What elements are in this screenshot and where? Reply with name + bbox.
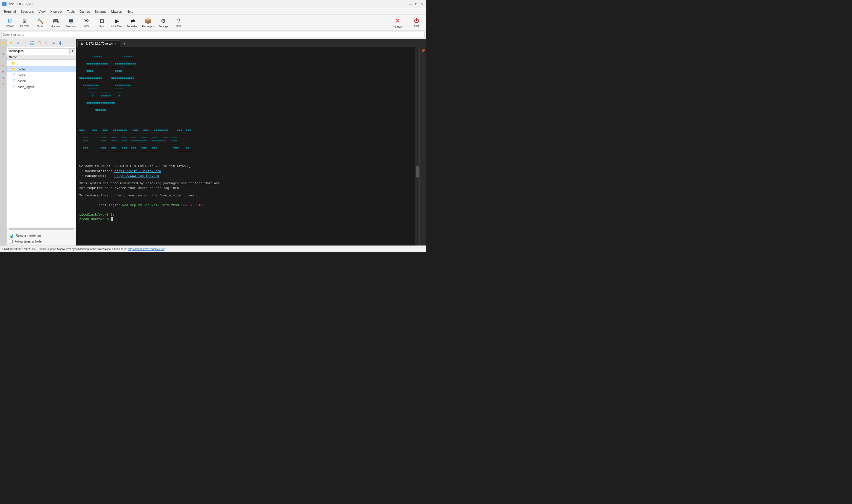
settings-label: Settings — [159, 25, 168, 28]
list-item[interactable]: 📄 .bash_logout — [6, 84, 76, 90]
servers-label: Servers — [20, 24, 29, 28]
title-bar-controls: — □ ✕ — [409, 2, 424, 6]
left-icon-star[interactable]: ⭐ — [1, 40, 6, 45]
sidebar-path-input[interactable] — [8, 48, 70, 54]
list-item[interactable]: 📄 .bashrc — [6, 78, 76, 84]
split-icon: ⊞ — [100, 18, 104, 24]
menu-games[interactable]: Games — [77, 9, 92, 14]
split-button[interactable]: ⊞ Split — [95, 16, 109, 30]
menu-xserver[interactable]: X server — [48, 9, 65, 14]
xserver-button[interactable]: ✕ X server — [388, 16, 407, 30]
sidebar-tool-copy[interactable]: 📋 — [36, 40, 42, 47]
packages-button[interactable]: 📦 Packages — [141, 16, 155, 30]
left-icon-blue[interactable]: ● — [1, 75, 6, 80]
terminal-welcome: Welcome to Ubuntu 22.04.3 LTS (GNU/Linux… — [79, 164, 412, 169]
list-item[interactable]: 📁 .cache — [6, 66, 76, 72]
view-button[interactable]: 👁 View — [79, 16, 93, 30]
close-button[interactable]: ✕ — [419, 2, 424, 6]
tab-close-button[interactable]: ✕ — [114, 42, 117, 45]
maximize-button[interactable]: □ — [414, 2, 418, 6]
follow-terminal-item[interactable]: Follow terminal folder — [9, 239, 74, 244]
right-icon-pin[interactable]: 📌 — [420, 48, 426, 53]
file-icon: 📄 — [11, 79, 16, 83]
right-icon-strip: 📌 — [419, 47, 426, 246]
quick-connect-input[interactable] — [1, 32, 425, 38]
games-button[interactable]: 🎮 Games — [49, 16, 63, 30]
terminal-scrollbar[interactable] — [415, 47, 419, 246]
file-name: .cache — [17, 68, 25, 71]
ascii-art-banner: ===== ===== ========== ========== ======… — [79, 49, 412, 120]
tools-button[interactable]: 🔨 Tools — [33, 16, 47, 30]
xserver-icon: ✕ — [395, 17, 400, 25]
tab-bar: 🖥 9. 172.32.0.70 (pico) ✕ + — [76, 39, 426, 47]
view-label: View — [84, 24, 89, 28]
list-item[interactable]: 📁 .. — [6, 60, 76, 66]
session-button[interactable]: 🖥 Session — [2, 16, 17, 30]
sidebar-tool-up[interactable]: ⬆ — [8, 40, 14, 47]
sidebar: ⬆ ⬇ ↑ 🔄 📋 ✕ A 🛈 ▼ Name 📁 .. 📁 .cache — [6, 39, 76, 246]
menu-bar: Terminal Sessions View X server Tools Ga… — [0, 8, 426, 15]
menu-terminal[interactable]: Terminal — [1, 9, 18, 14]
sidebar-tool-refresh[interactable]: ↑ — [22, 40, 29, 47]
left-icon-pencil1[interactable]: ✏ — [1, 63, 6, 69]
settings-button[interactable]: ⚙ Settings — [156, 16, 170, 30]
help-button[interactable]: ? Help — [171, 16, 186, 30]
last-login-ip: 172.32.0.100 — [181, 203, 204, 207]
menu-sessions[interactable]: Sessions — [18, 9, 36, 14]
file-icon: 📄 — [11, 73, 16, 77]
tab-session[interactable]: 🖥 9. 172.32.0.70 (pico) ✕ — [77, 40, 120, 47]
menu-help[interactable]: Help — [124, 9, 136, 14]
sidebar-tool-a[interactable]: A — [50, 40, 57, 47]
terminal[interactable]: ===== ===== ========== ========== ======… — [76, 47, 415, 246]
split-label: Split — [99, 25, 105, 28]
app-icon — [2, 2, 6, 6]
menu-macros[interactable]: Macros — [109, 9, 124, 14]
terminal-last-login: Last login: Wed Sep 20 01:09:12 2023 fro… — [79, 198, 412, 213]
sidebar-path-bar: ▼ — [6, 47, 76, 55]
title-bar: 122.32.0.70 (pico) — □ ✕ — [0, 0, 426, 8]
terminal-scrollbar-thumb[interactable] — [416, 166, 419, 178]
left-icon-down[interactable]: ⬇ — [1, 52, 6, 57]
sidebar-scroll-indicator — [9, 228, 74, 230]
exit-button[interactable]: ⏻ Exit — [410, 16, 424, 30]
help-icon: ? — [177, 18, 180, 24]
terminal-doc-link[interactable]: https://wiki.luckfox.com — [114, 169, 161, 173]
tunneling-button[interactable]: ⇌ Tunneling — [125, 16, 140, 30]
sidebar-tool-close[interactable]: ✕ — [43, 40, 50, 47]
servers-button[interactable]: 🗄 Servers — [18, 16, 32, 30]
sidebar-tool-info[interactable]: 🛈 — [57, 40, 64, 47]
terminal-prompt2: pico@luckfox:~$ — [79, 217, 412, 221]
terminal-mgmt-link[interactable]: https://www.luckfox.com — [114, 174, 160, 178]
terminal-mgmt: * Management: https://www.luckfox.com — [79, 174, 412, 179]
quick-connect-bar — [0, 31, 426, 39]
remote-monitoring-item[interactable]: 📊 Remote monitoring — [9, 232, 74, 239]
status-link[interactable]: https://mobaxterm.mobatek.net — [128, 248, 164, 251]
left-icon-pencil2[interactable]: ✏ — [1, 69, 6, 74]
left-icon-arrow[interactable]: ↑ — [1, 57, 6, 63]
servers-icon: 🗄 — [22, 18, 28, 24]
toolbar: 🖥 Session 🗄 Servers 🔨 Tools 🎮 Games 💻 Se… — [0, 15, 426, 31]
remote-monitoring-icon: 📊 — [9, 233, 14, 238]
minimize-button[interactable]: — — [409, 2, 413, 6]
left-icon-orange[interactable]: ● — [1, 81, 6, 86]
list-item[interactable]: 📄 .profile — [6, 72, 76, 78]
sessions-icon: 💻 — [68, 18, 74, 24]
sidebar-tool-down[interactable]: ⬇ — [15, 40, 21, 47]
tab-label: 9. 172.32.0.70 (pico) — [86, 42, 113, 45]
follow-terminal-checkbox[interactable] — [9, 239, 13, 244]
sidebar-path-dropdown[interactable]: ▼ — [70, 48, 75, 54]
menu-tools[interactable]: Tools — [65, 9, 77, 14]
file-name: .bashrc — [17, 79, 26, 83]
sidebar-tool-reload[interactable]: 🔄 — [29, 40, 36, 47]
menu-settings[interactable]: Settings — [92, 9, 109, 14]
sessions-label: Sessions — [66, 25, 77, 28]
sessions-button[interactable]: 💻 Sessions — [64, 16, 78, 30]
file-name: .profile — [17, 74, 26, 77]
tools-icon: 🔨 — [37, 18, 43, 24]
sidebar-file-list[interactable]: 📁 .. 📁 .cache 📄 .profile 📄 .bashrc 📄 .ba… — [6, 60, 76, 227]
multiexec-button[interactable]: ▶ MultiExec — [110, 16, 124, 30]
menu-view[interactable]: View — [36, 9, 48, 14]
left-icon-up[interactable]: ⬆ — [1, 46, 6, 51]
tab-add-button[interactable]: + — [121, 40, 128, 47]
file-list-header: Name — [6, 55, 76, 60]
